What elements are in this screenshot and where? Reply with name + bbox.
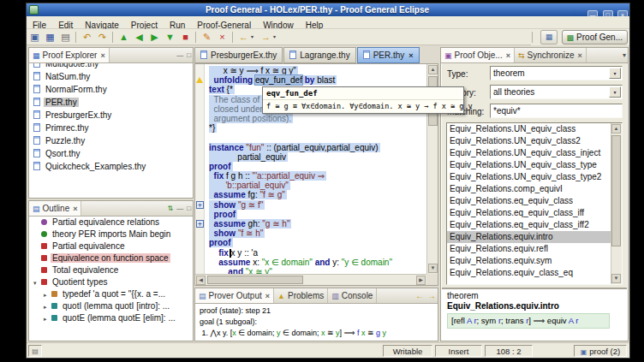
open-perspective-button[interactable]: ▦ [540, 30, 558, 45]
next-step-icon[interactable]: ▶ [147, 30, 162, 45]
next-output-icon[interactable]: → [427, 291, 436, 300]
close-icon[interactable]: × [578, 51, 582, 60]
scroll-left-icon[interactable]: ◀ [196, 276, 206, 285]
expand-arrow-icon[interactable]: ▾ [33, 277, 41, 289]
type-combo[interactable]: theorem▾ [490, 66, 623, 80]
dropdown-icon[interactable]: ▾ [251, 29, 258, 45]
outline-item[interactable]: theory PER imports Main begin [30, 228, 192, 240]
tree-item[interactable]: PresburgerEx.thy [30, 109, 192, 122]
tree-item[interactable]: Multiquote.thy [30, 63, 192, 70]
outline-item[interactable]: Partial equivalence relations [30, 217, 192, 228]
editor-tab-lagrange-thy[interactable]: Lagrange.thy [283, 47, 355, 63]
theorem-list-item[interactable]: Equiv_Relations.equiv.refl [447, 243, 622, 255]
code-line[interactable]: fix f g h :: "'a::partial_equiv ⇒ [209, 171, 426, 181]
dropdown-icon[interactable]: ▾ [273, 29, 280, 45]
outline-item[interactable]: ▸quotI (lemma quotI [intro]: ... [30, 300, 192, 312]
delete-icon[interactable]: × [215, 30, 230, 45]
theorem-list-item[interactable]: Equiv_Relations.UN_equiv_class2 [447, 135, 622, 147]
back-icon[interactable]: ← [236, 30, 251, 45]
tree-item[interactable]: Qsort.thy [30, 147, 192, 160]
theorem-list-item[interactable]: Equiv_Relations.equiv.intro [447, 231, 622, 243]
tree-item[interactable]: Quickcheck_Examples.thy [30, 160, 192, 173]
outline-item[interactable]: ▸quotE (lemma quotE [elim]: ... [30, 312, 192, 324]
status-icon-cell[interactable]: ▤ [28, 345, 42, 357]
scrollbar-thumb[interactable] [611, 135, 621, 246]
code-line[interactable]: partial_equiv [209, 152, 426, 162]
print-icon[interactable]: ▤ [58, 30, 73, 45]
close-icon[interactable]: × [100, 51, 104, 60]
edit-pen-icon[interactable]: ✎ [200, 30, 214, 45]
close-icon[interactable]: × [506, 51, 510, 60]
scroll-up-icon[interactable]: ▲ [428, 65, 438, 74]
expand-plus-icon[interactable]: + [196, 220, 204, 228]
code-line[interactable]: assume fg: "f ≅ g" [209, 190, 426, 199]
title-bar[interactable]: Proof General - HOLex/PER.thy - Proof Ge… [27, 3, 629, 16]
theorem-list-item[interactable]: Equiv_Relations.UN_equiv_class_type [447, 159, 622, 171]
tab-synchronize[interactable]: ⇆Synchronize× [515, 48, 587, 63]
theorem-list-item[interactable]: Equiv_Relations.eq_equiv_class_iff2 [447, 219, 622, 231]
retract-all-icon[interactable]: ▲ [116, 30, 131, 45]
theorem-list-item[interactable]: Equiv_Relations.eq_equiv_class [447, 195, 622, 207]
theorem-list-item[interactable]: Equiv_Relations.comp_equivI [447, 183, 622, 195]
maximize-view-icon[interactable]: □ [187, 205, 191, 212]
scroll-down-icon[interactable]: ▼ [428, 264, 438, 273]
maximize-view-icon[interactable]: □ [187, 51, 191, 59]
code-line[interactable]: proof [209, 238, 426, 247]
scroll-down-icon[interactable]: ▼ [611, 274, 621, 283]
minimize-view-icon[interactable]: — [176, 51, 183, 59]
theory-combo[interactable]: all theories▾ [490, 85, 623, 99]
tree-item[interactable]: Puzzle.thy [30, 134, 192, 147]
proof-explorer-tab[interactable]: ▦Proof Explorer× [29, 48, 110, 63]
theorem-list-item[interactable]: Equiv_Relations.UN_equiv_class_inject [447, 147, 622, 159]
code-line[interactable]: 'b::partial_equiv" [209, 181, 426, 190]
outline-tab[interactable]: ▤Outline× [29, 201, 81, 217]
outline-item[interactable]: Partial equivalence [30, 240, 192, 252]
editor-area[interactable]: ++ x ≅ y ⟹ f x ≅ g y" unfolding eqv_fun_… [194, 63, 438, 286]
code-line[interactable]: assume x: "x ∈ domain" and y: "y ∈ domai… [209, 258, 426, 267]
list-scrollbar[interactable]: ▲ ▼ [611, 123, 622, 284]
code-line[interactable]: x ≅ y ⟹ f x ≅ g y" [209, 66, 426, 75]
close-icon[interactable]: × [265, 292, 270, 300]
outline-item[interactable]: Equivalence on function space [30, 252, 192, 264]
interrupt-icon[interactable]: ■ [178, 30, 193, 45]
tree-item[interactable]: Primrec.thy [30, 122, 192, 134]
close-icon[interactable]: × [73, 205, 77, 213]
view-menu-icon[interactable]: ▾ [623, 51, 626, 59]
tab-problems[interactable]: ▲Problems [274, 288, 328, 304]
theorem-list-item[interactable]: Equiv_Relations.UN_equiv_class [447, 123, 622, 135]
tab-console[interactable]: ▥Console [328, 288, 377, 304]
minimize-view-icon[interactable]: — [176, 205, 183, 212]
theorem-list-item[interactable]: Equiv_Relations.UN_equiv_class_type2 [447, 171, 622, 183]
code-line[interactable]: *} [209, 123, 426, 133]
tree-item[interactable]: PER.thy [30, 96, 192, 109]
expand-arrow-icon[interactable]: ▸ [44, 301, 51, 313]
forward-icon[interactable]: → [259, 30, 273, 45]
status-job[interactable]: ▣proof (2) [574, 345, 627, 357]
expand-plus-icon[interactable]: + [196, 201, 204, 209]
previous-output-icon[interactable]: ← [415, 291, 424, 300]
code-line[interactable]: and "x ≅ y" [209, 267, 426, 274]
code-line[interactable]: instance "fun" :: (partial_equiv,partial… [209, 143, 426, 152]
tab-proof-obje[interactable]: ▣Proof Obje...× [441, 48, 515, 63]
undo-icon[interactable]: ↶ [80, 30, 94, 45]
code-line[interactable]: unfolding eqv_fun_def by blast [209, 75, 426, 85]
code-line[interactable] [209, 133, 426, 142]
editor-tab-per-thy[interactable]: PER.thy× [357, 47, 420, 63]
matching-input[interactable] [490, 104, 623, 118]
code-line[interactable]: show "g ≅ f" [209, 200, 426, 210]
editor-horizontal-scrollbar[interactable]: ◀ ▶ [195, 274, 426, 285]
scrollbar-thumb[interactable] [207, 276, 303, 284]
theorem-list-item[interactable]: Equiv_Relations.equiv.sym [447, 255, 622, 267]
link-with-editor-icon[interactable]: ⇅ [167, 205, 173, 212]
editor-tab-presburgerex-thy[interactable]: PresburgerEx.thy [194, 47, 283, 63]
theorem-list-item[interactable]: Equiv_Relations.eq_equiv_class_iff [447, 207, 622, 219]
scroll-right-icon[interactable]: ▶ [416, 276, 426, 285]
code-line[interactable]: show "f ≅ h" [209, 228, 426, 238]
scroll-up-icon[interactable]: ▲ [611, 124, 621, 134]
undo-step-icon[interactable]: ◀ [132, 30, 146, 45]
code-line[interactable]: assume gh: "g ≅ h" [209, 219, 426, 228]
outline-item[interactable]: ▾Quotient types [30, 276, 192, 288]
goto-icon[interactable]: ▼ [163, 30, 177, 45]
perspective-proof-general-tab[interactable]: ▩Proof Gen... [562, 30, 628, 45]
expand-arrow-icon[interactable]: ▸ [44, 313, 51, 325]
